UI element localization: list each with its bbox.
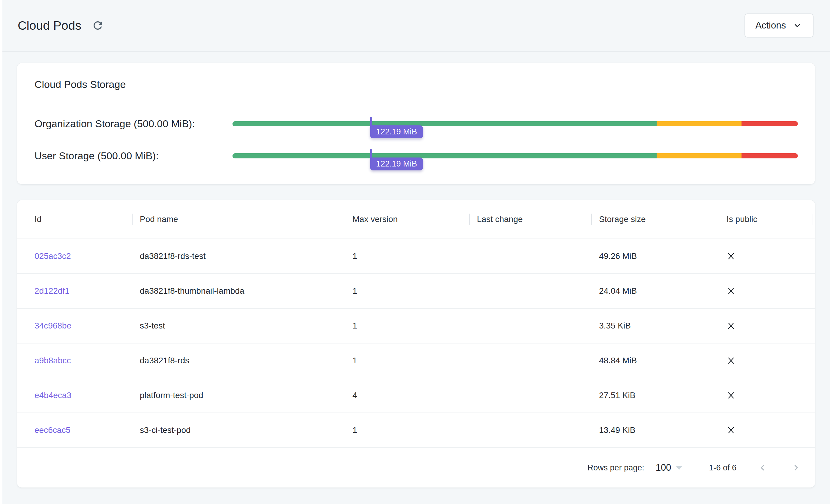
bar-segment-amber <box>657 121 741 126</box>
max-version-cell: 1 <box>345 251 469 261</box>
refresh-button[interactable] <box>90 18 105 33</box>
pod-name-cell: da3821f8-rds-test <box>132 251 345 261</box>
storage-size-cell: 13.49 KiB <box>591 426 719 435</box>
rows-per-page-select[interactable]: 100 <box>656 462 683 473</box>
main-content: Cloud Pods Storage Organization Storage … <box>0 63 830 487</box>
storage-marker-line <box>370 117 372 129</box>
is-public-cell <box>719 391 815 400</box>
storage-bar-track <box>232 121 798 126</box>
column-header-is-public[interactable]: Is public <box>719 200 815 239</box>
table-header-row: Id Pod name Max version Last change Stor… <box>17 200 815 239</box>
x-icon <box>727 426 735 435</box>
storage-size-cell: 3.35 KiB <box>591 321 719 330</box>
x-icon <box>727 252 735 261</box>
is-public-cell <box>719 426 815 435</box>
max-version-cell: 1 <box>345 356 469 366</box>
pod-name-cell: da3821f8-rds <box>132 356 345 366</box>
x-icon <box>727 356 735 365</box>
pods-table-card: Id Pod name Max version Last change Stor… <box>17 200 815 487</box>
rows-per-page-value: 100 <box>656 462 671 473</box>
organization-storage-row: Organization Storage (500.00 MiB): 122.1… <box>34 108 798 140</box>
storage-usage-tooltip: 122.19 MiB <box>370 157 423 170</box>
chevron-left-icon <box>757 462 768 473</box>
max-version-cell: 1 <box>345 426 469 435</box>
table-row: 2d122df1 da3821f8-thumbnail-lambda 1 24.… <box>17 274 815 309</box>
pod-name-cell: da3821f8-thumbnail-lambda <box>132 286 345 296</box>
storage-size-cell: 27.51 KiB <box>591 390 719 400</box>
pagination-prev-button[interactable] <box>755 460 770 475</box>
max-version-cell: 4 <box>345 390 469 400</box>
rows-per-page-label: Rows per page: <box>587 463 644 472</box>
storage-size-cell: 24.04 MiB <box>591 286 719 296</box>
pod-id-link[interactable]: 025ac3c2 <box>34 251 71 261</box>
table-pagination: Rows per page: 100 1-6 of 6 <box>17 448 815 487</box>
storage-marker-line <box>370 149 372 161</box>
bar-segment-red <box>741 153 798 158</box>
column-header-storage-size[interactable]: Storage size <box>591 200 719 239</box>
bar-segment-red <box>741 121 798 126</box>
column-header-id[interactable]: Id <box>34 200 132 239</box>
page-header: Cloud Pods Actions <box>0 0 830 52</box>
chevron-right-icon <box>790 462 802 473</box>
pod-id-link[interactable]: e4b4eca3 <box>34 390 71 400</box>
table-row: eec6cac5 s3-ci-test-pod 1 13.49 KiB <box>17 413 815 448</box>
max-version-cell: 1 <box>345 321 469 330</box>
is-public-cell <box>719 252 815 261</box>
pod-id-link[interactable]: 2d122df1 <box>34 286 70 295</box>
pagination-next-button[interactable] <box>789 460 804 475</box>
pod-id-link[interactable]: a9b8abcc <box>34 356 71 365</box>
refresh-icon <box>92 19 104 32</box>
storage-card-title: Cloud Pods Storage <box>34 78 798 90</box>
storage-bar-track <box>232 153 798 158</box>
user-storage-label: User Storage (500.00 MiB): <box>34 150 232 162</box>
table-row: 34c968be s3-test 1 3.35 KiB <box>17 309 815 344</box>
pod-name-cell: s3-test <box>132 321 345 330</box>
actions-button[interactable]: Actions <box>744 13 813 37</box>
pagination-range-label: 1-6 of 6 <box>709 463 736 472</box>
bar-segment-green <box>232 121 657 126</box>
is-public-cell <box>719 286 815 295</box>
pod-name-cell: s3-ci-test-pod <box>132 426 345 435</box>
table-row: 025ac3c2 da3821f8-rds-test 1 49.26 MiB <box>17 239 815 274</box>
chevron-down-icon <box>792 20 803 31</box>
max-version-cell: 1 <box>345 286 469 296</box>
column-header-max-version[interactable]: Max version <box>345 200 469 239</box>
x-icon <box>727 286 735 295</box>
pod-name-cell: platform-test-pod <box>132 390 345 400</box>
user-storage-bar: 122.19 MiB <box>232 153 798 158</box>
window-left-edge <box>0 0 2 504</box>
bar-segment-green <box>232 153 657 158</box>
page-title: Cloud Pods <box>18 19 81 33</box>
storage-size-cell: 49.26 MiB <box>591 251 719 261</box>
x-icon <box>727 321 735 330</box>
column-header-pod-name[interactable]: Pod name <box>132 200 345 239</box>
organization-storage-bar: 122.19 MiB <box>232 121 798 126</box>
is-public-cell <box>719 356 815 365</box>
storage-size-cell: 48.84 MiB <box>591 356 719 366</box>
x-icon <box>727 391 735 400</box>
dropdown-arrow-icon <box>676 466 682 470</box>
storage-usage-tooltip: 122.19 MiB <box>370 125 423 138</box>
is-public-cell <box>719 321 815 330</box>
column-header-last-change[interactable]: Last change <box>469 200 591 239</box>
pod-id-link[interactable]: 34c968be <box>34 321 71 330</box>
actions-button-label: Actions <box>755 20 786 31</box>
user-storage-row: User Storage (500.00 MiB): 122.19 MiB <box>34 140 798 172</box>
table-row: a9b8abcc da3821f8-rds 1 48.84 MiB <box>17 344 815 378</box>
table-row: e4b4eca3 platform-test-pod 4 27.51 KiB <box>17 378 815 413</box>
storage-card: Cloud Pods Storage Organization Storage … <box>17 63 815 184</box>
bar-segment-amber <box>657 153 741 158</box>
organization-storage-label: Organization Storage (500.00 MiB): <box>34 118 232 130</box>
pod-id-link[interactable]: eec6cac5 <box>34 426 70 435</box>
